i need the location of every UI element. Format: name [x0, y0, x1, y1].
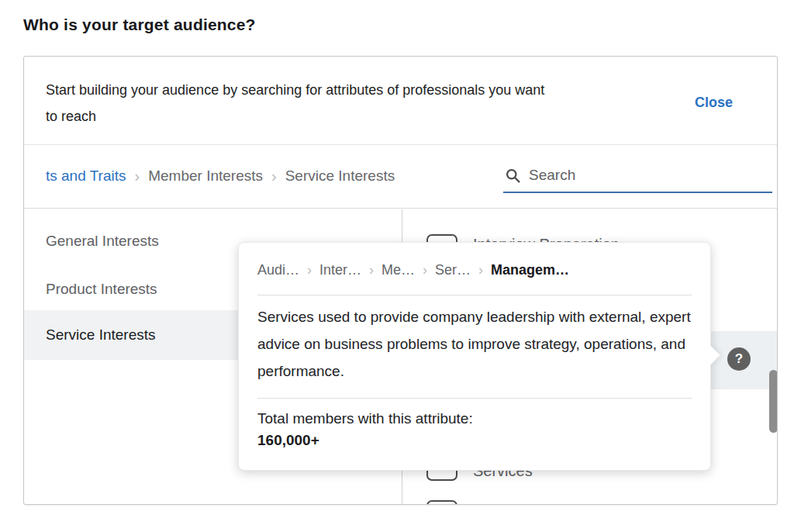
tooltip-divider — [257, 295, 692, 295]
search-input[interactable] — [529, 167, 746, 184]
chevron-right-icon: › — [307, 262, 312, 278]
audience-builder-panel: Start building your audience by searchin… — [23, 56, 778, 505]
tooltip-description: Services used to provide company leaders… — [257, 303, 696, 385]
close-button[interactable]: Close — [695, 95, 733, 111]
checkbox-partial[interactable] — [426, 500, 457, 505]
attribute-tooltip: Audi… › Inter… › Me… › Ser… › Managem… S… — [238, 242, 711, 471]
panel-header: Start building your audience by searchin… — [24, 57, 777, 145]
breadcrumb: ts and Traits › Member Interests › Servi… — [46, 145, 395, 207]
tooltip-breadcrumb-item: Me… — [381, 262, 415, 278]
tooltip-content: Audi… › Inter… › Me… › Ser… › Managem… S… — [239, 262, 710, 449]
breadcrumb-item-member-interests[interactable]: Member Interests — [148, 168, 263, 185]
chevron-right-icon: › — [478, 262, 483, 278]
chevron-right-icon: › — [423, 262, 427, 278]
search-icon — [505, 168, 521, 184]
tooltip-breadcrumb-current: Managem… — [491, 262, 569, 278]
tooltip-breadcrumb: Audi… › Inter… › Me… › Ser… › Managem… — [257, 262, 692, 278]
breadcrumb-row: ts and Traits › Member Interests › Servi… — [24, 145, 777, 209]
search-field[interactable] — [503, 159, 772, 193]
tooltip-total-value: 160,000+ — [257, 432, 692, 449]
chevron-right-icon: › — [135, 168, 140, 185]
scrollbar-thumb[interactable] — [769, 370, 778, 433]
page-title: Who is your target audience? — [23, 16, 256, 34]
tooltip-breadcrumb-item: Ser… — [435, 262, 471, 278]
screen: Who is your target audience? Start build… — [0, 0, 794, 532]
tooltip-total-label: Total members with this attribute: — [257, 410, 692, 427]
breadcrumb-item-service-interests: Service Interests — [285, 168, 395, 185]
breadcrumb-item-attributes-and-traits[interactable]: ts and Traits — [46, 168, 126, 185]
header-message: Start building your audience by searchin… — [46, 77, 550, 130]
tooltip-breadcrumb-item: Inter… — [319, 262, 361, 278]
chevron-right-icon: › — [271, 168, 277, 185]
help-icon[interactable]: ? — [727, 347, 751, 371]
chevron-right-icon: › — [369, 262, 374, 278]
tooltip-divider — [257, 398, 692, 399]
tooltip-breadcrumb-item: Audi… — [257, 262, 299, 278]
